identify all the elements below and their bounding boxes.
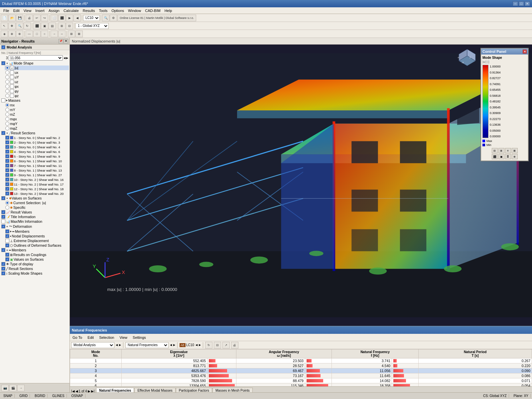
members-cb[interactable]: ✓	[1, 248, 5, 252]
open-btn[interactable]: 📂	[8, 15, 16, 21]
results-couplings-cb[interactable]: ✓	[5, 253, 9, 257]
result-sections-2-cb[interactable]: ✓	[1, 267, 5, 271]
minimize-button[interactable]: ─	[513, 1, 518, 6]
cp-icon-5[interactable]: ⬛	[492, 154, 498, 159]
tb3-circle[interactable]: ○	[41, 31, 48, 37]
cp-icon-4[interactable]: ⊠	[512, 148, 518, 153]
menu-view[interactable]: View	[22, 8, 34, 13]
mode-phiz-radio[interactable]	[5, 94, 9, 98]
section-1[interactable]: ✓ 1 - Story No. 0 | Shear wall No. 2	[5, 135, 69, 140]
next-page-btn[interactable]: ▶|	[91, 389, 95, 392]
mode-phiy[interactable]: φy	[5, 89, 69, 93]
mode-ux-radio[interactable]	[5, 70, 9, 74]
members-deform[interactable]: ✓ ▶ ━ Members	[5, 229, 69, 234]
search-btn[interactable]: 🔍	[102, 15, 109, 21]
masses-cb[interactable]	[1, 98, 5, 102]
mode-phix[interactable]: φx	[5, 84, 69, 89]
section-13[interactable]: ✓ 13 - Story No. 2 | Shear wall No. 20	[5, 191, 69, 196]
menu-tools[interactable]: Tools	[97, 8, 109, 13]
bgrid-status[interactable]: BGRID	[33, 394, 48, 398]
section-12-cb[interactable]: ✓	[5, 187, 9, 191]
nav-pin-btn[interactable]: 📌	[59, 39, 63, 44]
close-button[interactable]: ✕	[525, 1, 530, 6]
bt-export[interactable]: ↗	[222, 342, 230, 348]
tb3-btn3[interactable]: ⊗	[16, 31, 23, 37]
tb3-box[interactable]: □	[33, 31, 41, 37]
view-cube[interactable]: -Y -X Z	[456, 46, 479, 69]
lc-selector[interactable]: LC10	[83, 15, 100, 21]
mass-my-radio[interactable]	[5, 108, 9, 112]
nodal-disp-cb[interactable]: ✓	[5, 234, 9, 238]
grid-status[interactable]: GRID	[17, 394, 30, 398]
prev-page-btn[interactable]: |◀	[71, 389, 75, 392]
mode-u-total[interactable]: u |u|	[5, 66, 69, 70]
section-8[interactable]: ✓ 8 - Story No. 1 | Shear wall No. 13	[5, 168, 69, 173]
section-9-cb[interactable]: ✓	[5, 173, 9, 177]
current-selection-item[interactable]: ✱ Current Selection: |u|	[5, 200, 69, 205]
section-7-cb[interactable]: ✓	[5, 164, 9, 168]
section-4[interactable]: ✓ 4 - Story No. 0 | Shear wall No. 6	[5, 149, 69, 154]
result-sections-cb[interactable]: ✓	[1, 131, 5, 135]
menu-cadbim[interactable]: CAD-BIM	[143, 8, 162, 13]
bottom-left-combo[interactable]: Modal Analysis	[71, 342, 114, 348]
menu-insert[interactable]: Insert	[33, 8, 47, 13]
tb2-select[interactable]: ↖	[1, 23, 8, 29]
settings-btn[interactable]: ⚙	[110, 15, 117, 21]
nat-freq-selector[interactable]: 11.056	[9, 55, 63, 61]
specific-item[interactable]: ✱ Specific	[5, 205, 69, 210]
menu-options[interactable]: Options	[109, 8, 126, 13]
mode-phix-radio[interactable]	[5, 84, 9, 88]
menu-assign[interactable]: Assign	[47, 8, 62, 13]
print-btn[interactable]: 🖨	[26, 15, 33, 21]
members-header[interactable]: ✓ ▼ ━ Members	[1, 248, 69, 252]
mode-shape-cb[interactable]: ✓	[1, 61, 5, 65]
bt3-next[interactable]: ▶	[199, 343, 201, 346]
section-3-cb[interactable]: ✓	[5, 145, 9, 149]
nav-arrow-btn[interactable]: →	[17, 385, 25, 391]
tab-participation[interactable]: Participation Factors	[176, 388, 212, 392]
undo-btn[interactable]: ↩	[33, 15, 41, 21]
nat-freq-next[interactable]: ▶	[66, 57, 68, 60]
cp-icon-2[interactable]: ⊞	[498, 148, 504, 153]
maxmin-information-item[interactable]: 📊 Max/Min Information	[1, 219, 69, 224]
section-9[interactable]: ✓ 9 - Story No. 1 | Shear wall No. 27	[5, 173, 69, 177]
section-11-cb[interactable]: ✓	[5, 182, 9, 186]
mass-mz-radio[interactable]	[5, 112, 9, 116]
snap-status[interactable]: SNAP	[1, 394, 15, 398]
section-11[interactable]: ✓ 11 - Story No. 2 | Shear wall No. 17	[5, 182, 69, 187]
menu-calculate[interactable]: Calculate	[62, 8, 81, 13]
mode-ux-cb[interactable]	[10, 70, 14, 74]
tb2-btn4[interactable]: ⊞	[58, 23, 66, 29]
cp-icon-3[interactable]: ≡	[505, 148, 511, 153]
nat-freq-prev[interactable]: ◀	[64, 57, 66, 60]
type-display-cb[interactable]: ✓	[1, 262, 5, 266]
mode-shape-header[interactable]: ✓ ▼ 📊 Mode Shape	[1, 61, 69, 66]
section-10[interactable]: ✓ 10 - Story No. 2 | Shear wall No. 16	[5, 177, 69, 182]
glines-status[interactable]: GLINES	[50, 394, 67, 398]
view-menu[interactable]: View	[118, 335, 129, 340]
specific-radio[interactable]	[5, 205, 9, 209]
tb2-rotate[interactable]: ↻	[24, 23, 31, 29]
values-on-surfaces-header[interactable]: ✓ ▼ ✱ Values on Surfaces	[1, 196, 69, 200]
section-3[interactable]: ✓ 3 - Story No. 0 | Shear wall No. 4	[5, 145, 69, 149]
mode-phiz-cb[interactable]	[10, 94, 14, 98]
bt3-prev[interactable]: ◀	[196, 343, 198, 346]
mode-uy-cb[interactable]	[10, 75, 14, 79]
values-surfaces-2-cb[interactable]: ✓	[5, 257, 9, 261]
extreme-disp-cb[interactable]	[5, 239, 9, 243]
section-4-cb[interactable]: ✓	[5, 150, 9, 154]
cp-close-btn[interactable]: ✕	[523, 50, 527, 54]
tab-masses-mesh[interactable]: Masses in Mesh Points	[212, 388, 253, 392]
mass-mphiy-radio[interactable]	[5, 122, 9, 126]
mass-mphiy[interactable]: mφY	[5, 121, 69, 126]
view-selector[interactable]: 1 - Global XYZ	[75, 23, 109, 29]
section-7[interactable]: ✓ 7 - Story No. 1 | Shear wall No. 11	[5, 163, 69, 168]
bt-print2[interactable]: 🖨	[231, 342, 238, 348]
scaling-mode-shapes-item[interactable]: ✓ ↕ Scaling Mode Shapes	[1, 271, 69, 276]
section-1-cb[interactable]: ✓	[5, 136, 9, 140]
tab-natural-frequencies[interactable]: Natural Frequencies	[96, 388, 134, 392]
section-12[interactable]: ✓ 12 - Story No. 2 | Shear wall No. 18	[5, 187, 69, 191]
scaling-cb[interactable]: ✓	[1, 271, 5, 275]
deformation-cb[interactable]: ✓	[1, 224, 5, 228]
members-deform-cb[interactable]: ✓	[5, 229, 9, 233]
